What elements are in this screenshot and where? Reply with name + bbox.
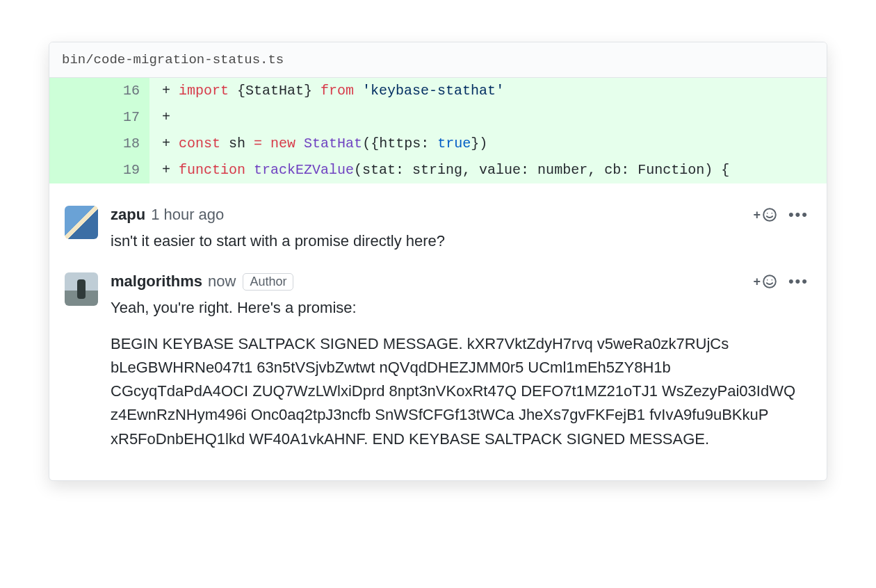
kebab-menu-icon[interactable]: ••• [786, 274, 811, 289]
comment-text: Yeah, you're right. Here's a promise:BEG… [111, 296, 811, 451]
comment-author[interactable]: malgorithms [111, 272, 202, 291]
svg-point-5 [771, 279, 772, 281]
comment: zapu1 hour ago+ •••isn't it easier to st… [65, 196, 811, 263]
comment-body: malgorithmsnowAuthor+ •••Yeah, you're ri… [111, 272, 811, 451]
avatar[interactable] [65, 206, 98, 239]
add-reaction-button[interactable]: + [750, 272, 780, 291]
file-path-header: bin/code-migration-status.ts [49, 42, 827, 78]
file-path: bin/code-migration-status.ts [62, 52, 284, 67]
new-line-number: 19 [99, 157, 149, 183]
diff-row: 19+ function trackEZValue(stat: string, … [49, 157, 827, 183]
new-line-number: 16 [99, 78, 149, 104]
diff-code: + import {StatHat} from 'keybase-stathat… [149, 78, 827, 104]
old-line-number [49, 104, 99, 131]
diff-card: bin/code-migration-status.ts 16+ import … [49, 42, 827, 481]
new-line-number: 17 [99, 104, 149, 131]
smiley-icon [762, 207, 777, 222]
comment-author[interactable]: zapu [111, 206, 145, 224]
diff-row: 18+ const sh = new StatHat({https: true}… [49, 131, 827, 157]
svg-point-1 [767, 213, 768, 214]
comment-paragraph: Yeah, you're right. Here's a promise: [111, 296, 811, 320]
author-badge: Author [243, 273, 293, 291]
plus-icon: + [753, 208, 761, 222]
svg-point-2 [771, 213, 772, 214]
diff-row: 16+ import {StatHat} from 'keybase-stath… [49, 78, 827, 104]
comment-timestamp: 1 hour ago [151, 206, 224, 224]
comments-section: zapu1 hour ago+ •••isn't it easier to st… [49, 183, 827, 480]
old-line-number [49, 131, 99, 157]
svg-point-0 [763, 209, 776, 221]
new-line-number: 18 [99, 131, 149, 157]
comment-text: isn't it easier to start with a promise … [111, 229, 811, 253]
comment-body: zapu1 hour ago+ •••isn't it easier to st… [111, 206, 811, 253]
kebab-menu-icon[interactable]: ••• [786, 207, 811, 222]
avatar[interactable] [65, 272, 98, 306]
comment-header: zapu1 hour ago+ ••• [111, 206, 811, 224]
svg-point-3 [763, 275, 776, 288]
old-line-number [49, 78, 99, 104]
diff-code: + [149, 104, 827, 131]
comment-paragraph: BEGIN KEYBASE SALTPACK SIGNED MESSAGE. k… [111, 332, 811, 450]
plus-icon: + [753, 275, 761, 289]
svg-point-4 [767, 279, 768, 281]
add-reaction-button[interactable]: + [750, 206, 780, 224]
diff-code: + const sh = new StatHat({https: true}) [149, 131, 827, 157]
comment-timestamp: now [208, 272, 236, 291]
comment-header: malgorithmsnowAuthor+ ••• [111, 272, 811, 291]
comment-paragraph: isn't it easier to start with a promise … [111, 229, 811, 253]
diff-row: 17+ [49, 104, 827, 131]
old-line-number [49, 157, 99, 183]
comment: malgorithmsnowAuthor+ •••Yeah, you're ri… [65, 263, 811, 461]
diff-table: 16+ import {StatHat} from 'keybase-stath… [49, 78, 827, 183]
smiley-icon [762, 274, 777, 289]
diff-code: + function trackEZValue(stat: string, va… [149, 157, 827, 183]
